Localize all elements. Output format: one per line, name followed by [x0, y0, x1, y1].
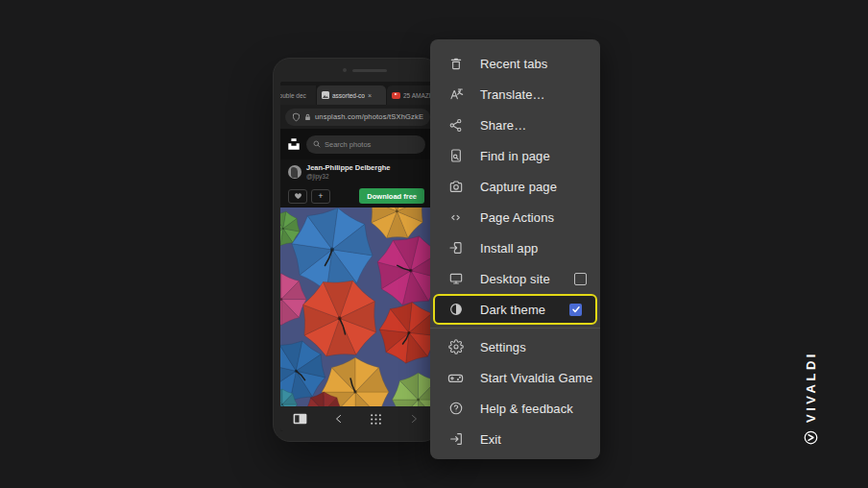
search-icon — [313, 140, 321, 148]
download-free-label: Download free — [367, 192, 417, 201]
trash-icon — [448, 56, 464, 71]
browser-tab-2-active[interactable]: assorted-co × — [317, 85, 386, 105]
menu-item-label: Desktop site — [480, 272, 550, 286]
find-in-page-icon — [448, 148, 464, 163]
menu-item-label: Find in page — [480, 149, 550, 163]
menu-item-exit[interactable]: Exit — [430, 424, 600, 454]
umbrella-photo — [280, 207, 432, 406]
checkmark-icon — [571, 305, 581, 314]
menu-item-label: Install app — [480, 241, 538, 256]
tab-title: double dec — [280, 92, 306, 99]
menu-item-help-feedback[interactable]: Help & feedback — [430, 393, 600, 424]
menu-item-label: Start Vivaldia Game — [480, 371, 592, 385]
avatar[interactable] — [288, 165, 301, 179]
back-icon[interactable] — [333, 413, 345, 425]
menu-item-settings[interactable]: Settings — [430, 331, 600, 362]
menu-item-recent-tabs[interactable]: Recent tabs — [430, 48, 600, 79]
dark-theme-icon — [448, 302, 464, 317]
menu-item-desktop-site[interactable]: Desktop site — [430, 263, 600, 294]
menu-item-label: Help & feedback — [480, 402, 573, 416]
tab-title: 25 AMAZING — [403, 92, 432, 99]
dark-theme-checkbox[interactable] — [569, 304, 582, 316]
add-to-collection-button[interactable]: + — [311, 189, 330, 204]
menu-item-find-in-page[interactable]: Find in page — [430, 140, 600, 171]
phone-camera — [343, 68, 347, 72]
desktop-site-checkbox[interactable] — [574, 273, 587, 285]
menu-item-label: Recent tabs — [480, 57, 547, 71]
menu-item-label: Dark theme — [480, 303, 545, 317]
gear-icon — [448, 339, 464, 354]
menu-item-label: Settings — [480, 340, 526, 354]
phone-screen: double dec assorted-co × 25 AMAZING unsp… — [280, 82, 432, 431]
code-icon — [448, 210, 463, 225]
phone-speaker — [352, 69, 387, 72]
browser-tab-strip: double dec assorted-co × 25 AMAZING — [280, 82, 432, 105]
youtube-favicon — [392, 92, 400, 99]
tab-switcher-grid-icon[interactable] — [370, 413, 382, 426]
menu-item-install-app[interactable]: Install app — [430, 232, 600, 263]
vivaldi-wordmark: VIVALDI — [801, 345, 820, 451]
image-favicon — [322, 91, 329, 99]
translate-icon — [448, 86, 464, 102]
tab-title: assorted-co — [332, 92, 365, 99]
address-bar-row: unsplash.com/photos/tSXhGzkE — [280, 105, 432, 129]
menu-item-share[interactable]: Share… — [430, 110, 600, 140]
url-text: unsplash.com/photos/tSXhGzkE — [315, 112, 423, 121]
photographer-name[interactable]: Jean-Philippe Delberghe — [306, 163, 391, 172]
search-input[interactable]: Search photos — [306, 135, 425, 154]
forward-icon[interactable] — [408, 413, 420, 425]
vivaldi-wordmark-text: VIVALDI — [804, 351, 818, 423]
photographer-row: Jean-Philippe Delberghe @jipy32 — [280, 159, 432, 184]
lock-icon — [304, 113, 311, 121]
menu-item-dark-theme[interactable]: Dark theme — [433, 294, 597, 325]
umbrella-photo-svg — [280, 207, 432, 406]
install-app-icon — [448, 240, 464, 256]
camera-icon — [448, 179, 464, 194]
menu-item-translate[interactable]: Translate… — [430, 79, 600, 110]
panel-icon[interactable] — [293, 413, 307, 425]
like-button[interactable] — [288, 189, 307, 204]
phone-mockup: double dec assorted-co × 25 AMAZING unsp… — [273, 58, 440, 442]
gamepad-icon — [447, 370, 464, 386]
menu-item-start-vivaldia-game[interactable]: Start Vivaldia Game — [430, 362, 600, 393]
address-bar[interactable]: unsplash.com/photos/tSXhGzkE — [285, 109, 430, 126]
exit-icon — [448, 431, 464, 447]
menu-item-label: Share… — [480, 118, 526, 133]
search-placeholder: Search photos — [325, 140, 371, 149]
shield-icon — [292, 112, 301, 122]
vivaldi-logo-icon — [804, 430, 818, 445]
unsplash-logo-icon[interactable] — [287, 137, 301, 151]
plus-icon: + — [318, 191, 323, 201]
photo-actions-row: + Download free — [280, 184, 432, 207]
menu-divider — [430, 328, 600, 329]
heart-icon — [294, 192, 302, 200]
vivaldi-main-menu: Recent tabs Translate… Share… Find in pa… — [430, 39, 600, 459]
browser-bottom-nav — [280, 406, 432, 431]
photographer-handle: @jipy32 — [306, 173, 391, 181]
desktop-site-icon — [448, 271, 464, 286]
menu-item-capture-page[interactable]: Capture page — [430, 171, 600, 202]
menu-item-label: Page Actions — [480, 210, 554, 225]
menu-item-label: Translate… — [480, 87, 545, 102]
help-icon — [448, 401, 464, 416]
menu-item-label: Exit — [480, 432, 501, 447]
browser-tab-1[interactable]: double dec — [280, 85, 316, 105]
download-free-button[interactable]: Download free — [359, 188, 424, 204]
tab-close-icon[interactable]: × — [368, 92, 372, 99]
browser-tab-3[interactable]: 25 AMAZING — [387, 85, 432, 105]
share-icon — [448, 118, 463, 133]
menu-item-page-actions[interactable]: Page Actions — [430, 202, 600, 232]
unsplash-header: Search photos — [280, 129, 432, 159]
menu-item-label: Capture page — [480, 180, 557, 194]
